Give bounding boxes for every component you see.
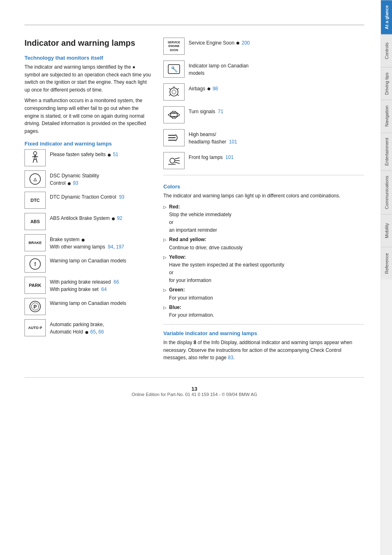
color-red-text: Stop the vehicle immediatelyoran importa…	[169, 212, 232, 233]
color-yellow-text: Have the system inspected at the earlies…	[169, 262, 284, 283]
park-text: With parking brake released 66 With park…	[50, 277, 119, 293]
abs-icon: ABS	[24, 213, 46, 230]
svg-text:🔧: 🔧	[171, 66, 178, 73]
svg-text:P: P	[33, 304, 37, 310]
turn-signals-text: Turn signals 71	[189, 106, 223, 115]
lamp-item-dtc: DTC DTC Dynamic Traction Control 93	[24, 192, 151, 209]
canadian-warn-text: Warning lamp on Canadian models	[50, 255, 126, 264]
svg-text:!: !	[34, 261, 36, 267]
svg-point-16	[172, 90, 176, 94]
sidebar-tab-driving-tips[interactable]: Driving tips	[381, 67, 392, 100]
svg-line-18	[177, 88, 179, 90]
svg-line-21	[169, 94, 171, 96]
sidebar-tab-controls[interactable]: Controls	[381, 34, 392, 67]
fog-lamps-icon	[163, 152, 185, 169]
indicator-canadian-icon: 🔧	[163, 60, 185, 78]
dtc-text: DTC Dynamic Traction Control 93	[50, 192, 125, 201]
airbags-icon	[163, 83, 185, 101]
lamp-item-canadian-warn: ! Warning lamp on Canadian models	[24, 255, 151, 273]
svg-line-30	[175, 162, 180, 163]
canadian-park-icon: P	[24, 298, 46, 315]
page-footer: 13 Online Edition for Part-No. 01 41 0 1…	[24, 377, 364, 401]
lamp-item-brake: BRAKE Brake system With other warning la…	[24, 234, 151, 251]
svg-point-0	[33, 152, 37, 155]
lamp-item-turn-signals: Turn signals 71	[163, 106, 364, 123]
right-column: SERVICEENGINESOON Service Engine Soon 20…	[163, 38, 364, 365]
left-column: Indicator and warning lamps Technology t…	[24, 38, 151, 365]
brake-icon: BRAKE	[24, 234, 46, 251]
svg-text:△: △	[33, 177, 37, 181]
sidebar-tab-reference[interactable]: Reference	[381, 247, 392, 280]
dsc-icon: △	[24, 170, 46, 188]
sidebar-tab-entertainment[interactable]: Entertainment	[381, 132, 392, 170]
tech-text-1: The indicator and warning lamps identifi…	[24, 63, 151, 94]
colors-section: Colors The indicator and warning lamps c…	[163, 184, 364, 319]
svg-point-15	[170, 88, 178, 96]
airbags-text: Airbags 98	[189, 83, 218, 92]
divider-colors	[163, 175, 364, 175]
turn-signals-icon	[163, 106, 185, 123]
lamp-item-high-beams: High beams/headlamp flasher 101	[163, 129, 364, 146]
sidebar-tab-navigation[interactable]: Navigation	[381, 100, 392, 132]
high-beams-icon	[163, 129, 185, 146]
seatbelt-icon	[24, 149, 46, 166]
lamp-item-service-engine: SERVICEENGINESOON Service Engine Soon 20…	[163, 38, 364, 55]
color-red-yellow-label: Red and yellow:	[169, 237, 206, 242]
sidebar-tab-mobility[interactable]: Mobility	[381, 214, 392, 247]
svg-line-20	[177, 94, 179, 96]
abs-text: ABS Antilock Brake System 92	[50, 213, 122, 222]
indicator-canadian-text: Indicator lamp on Canadianmodels	[189, 60, 249, 77]
lamp-item-fog-lamps: Front fog lamps 101	[163, 152, 364, 169]
sidebar-tab-communications[interactable]: Communications	[381, 170, 392, 214]
park-icon: PARK	[24, 277, 46, 294]
subsection-tech: Technology that monitors itself	[24, 55, 151, 61]
divider-variable	[163, 324, 364, 324]
color-yellow: Yellow: Have the system inspected at the…	[163, 253, 364, 285]
canadian-park-text: Warning lamp on Canadian models	[50, 298, 126, 307]
lamp-item-seatbelt: Please fasten safety belts 51	[24, 149, 151, 166]
color-blue: Blue: For your information.	[163, 304, 364, 319]
color-blue-label: Blue:	[169, 304, 181, 310]
color-green-label: Green:	[169, 287, 185, 293]
sidebar-tab-at-a-glance[interactable]: At a glance	[381, 0, 392, 34]
page-title: Indicator and warning lamps	[24, 38, 151, 48]
autop-text: Automatic parking brake, Automatic Hold …	[50, 319, 104, 336]
svg-point-27	[170, 158, 175, 163]
color-red: Red: Stop the vehicle immediatelyoran im…	[163, 203, 364, 235]
brake-text: Brake system With other warning lamps 94…	[50, 234, 124, 251]
lamp-item-park: PARK With parking brake released 66 With…	[24, 277, 151, 294]
footer-text: Online Edition for Part-No. 01 41 0 159 …	[131, 392, 257, 397]
seatbelt-text: Please fasten safety belts 51	[50, 149, 118, 158]
lamp-item-indicator-canadian: 🔧 Indicator lamp on Canadianmodels	[163, 60, 364, 78]
lamp-item-abs: ABS ABS Antilock Brake System 92	[24, 213, 151, 230]
svg-line-1	[34, 155, 35, 159]
color-red-yellow: Red and yellow: Continue to drive; drive…	[163, 236, 364, 251]
sidebar-tabs: At a glance Controls Driving tips Naviga…	[381, 0, 392, 555]
colors-intro: The indicator and warning lamps can ligh…	[163, 192, 364, 200]
color-yellow-label: Yellow:	[169, 254, 186, 260]
tech-text-2: When a malfunction occurs in a monitored…	[24, 97, 151, 135]
canadian-warn-icon: !	[24, 255, 46, 273]
dsc-text: DSC Dynamic StabilityControl 93	[50, 170, 99, 187]
color-red-yellow-text: Continue to drive; drive cautiously	[169, 245, 243, 251]
service-engine-icon: SERVICEENGINESOON	[163, 38, 185, 55]
subsection-fixed: Fixed indicator and warning lamps	[24, 141, 151, 147]
dtc-icon: DTC	[24, 192, 46, 209]
autop-icon: AUTO P	[24, 319, 46, 336]
variable-title: Variable indicator and warning lamps	[163, 330, 364, 336]
lamp-item-dsc: △ DSC Dynamic StabilityControl 93	[24, 170, 151, 188]
lamp-item-autop: AUTO P Automatic parking brake, Automati…	[24, 319, 151, 336]
svg-line-2	[35, 155, 36, 159]
high-beams-text: High beams/headlamp flasher 101	[189, 129, 237, 145]
color-red-label: Red:	[169, 204, 180, 210]
colors-list: Red: Stop the vehicle immediatelyoran im…	[163, 203, 364, 320]
fog-lamps-text: Front fog lamps 101	[189, 152, 234, 161]
svg-line-4	[33, 159, 34, 163]
top-divider	[24, 25, 364, 25]
svg-line-19	[169, 88, 171, 90]
svg-line-28	[175, 158, 180, 159]
color-green: Green: For your information	[163, 286, 364, 302]
color-green-text: For your information	[169, 295, 213, 301]
page-number: 13	[192, 386, 197, 392]
lamp-item-airbags: Airbags 98	[163, 83, 364, 101]
